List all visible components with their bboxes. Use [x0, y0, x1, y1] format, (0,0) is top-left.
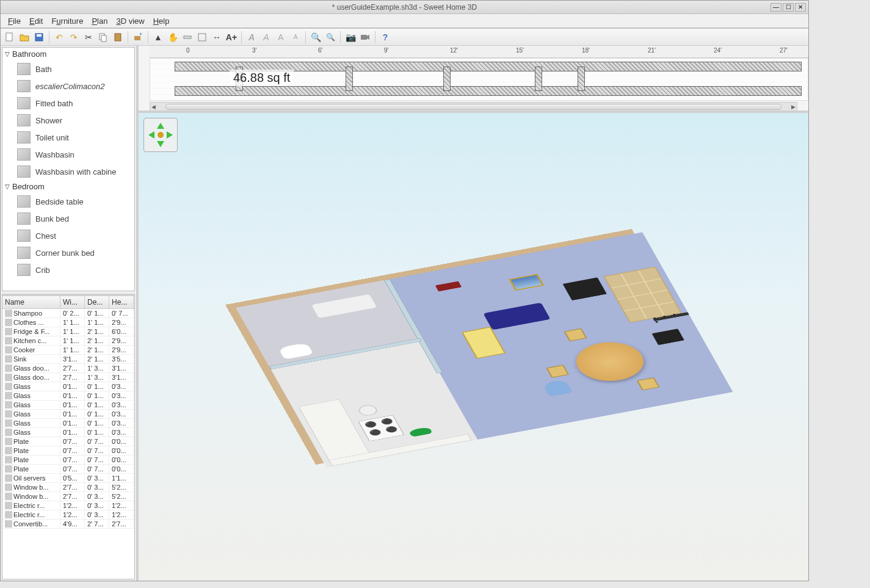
col-width-header[interactable]: Wi...	[60, 296, 85, 308]
font-increase-button[interactable]: A	[274, 31, 288, 44]
table-row[interactable]: Electric r...1'2...0' 3...1'2...	[2, 510, 134, 520]
catalog-item[interactable]: Washbasin	[2, 146, 134, 163]
catalog-item[interactable]: Crib	[2, 261, 134, 278]
row-icon	[5, 328, 12, 335]
table-row[interactable]: Plate0'7...0' 7...0'0...	[2, 456, 134, 465]
catalog-item[interactable]: Corner bunk bed	[2, 244, 134, 261]
scroll-left-icon[interactable]: ◀	[150, 104, 157, 110]
furniture-icon	[17, 131, 31, 143]
save-button[interactable]	[32, 31, 46, 44]
menu-edit[interactable]: Edit	[26, 15, 46, 27]
3d-nav-compass[interactable]	[143, 118, 178, 152]
col-name-header[interactable]: Name	[2, 296, 60, 308]
cut-button[interactable]: ✂	[82, 31, 95, 44]
catalog-item[interactable]: Bunk bed	[2, 210, 134, 227]
close-button[interactable]: ✕	[795, 3, 806, 12]
plan-canvas[interactable]: 46.88 sq ft	[150, 58, 808, 101]
maximize-button[interactable]: ☐	[783, 3, 794, 12]
catalog-category[interactable]: ▽Bathroom	[2, 48, 134, 60]
table-row[interactable]: Plate0'7...0' 7...0'0...	[2, 465, 134, 474]
catalog-item[interactable]: Fitted bath	[2, 95, 134, 112]
open-button[interactable]	[18, 31, 31, 44]
furniture-icon	[17, 212, 31, 225]
menu-plan[interactable]: Plan	[88, 15, 111, 27]
table-row[interactable]: Window b...2'7...0' 3...5'2...	[2, 492, 134, 501]
catalog-item[interactable]: escalierColimacon2	[2, 78, 134, 95]
catalog-item[interactable]: Shower	[2, 112, 134, 129]
italic-button[interactable]: A	[259, 31, 273, 44]
catalog-item[interactable]: Bedside table	[2, 193, 134, 210]
bold-button[interactable]: A	[245, 31, 258, 44]
table-row[interactable]: Kitchen c...1' 1...2' 1...2'9...	[2, 336, 134, 346]
menu-3dview[interactable]: 3D view	[112, 15, 148, 27]
copy-button[interactable]	[96, 31, 110, 44]
new-button[interactable]	[3, 31, 16, 44]
table-row[interactable]: Fridge & F...1' 1...2' 1...6'0...	[2, 327, 134, 336]
catalog-item[interactable]: Washbasin with cabine	[2, 163, 134, 180]
table-row[interactable]: Clothes ...1' 1...1' 1...2'9...	[2, 318, 134, 327]
catalog-item[interactable]: Chest	[2, 227, 134, 244]
table-row[interactable]: Glass0'1...0' 1...0'3...	[2, 401, 134, 410]
table-row[interactable]: Glass doo...2'7...1' 3...3'1...	[2, 373, 134, 382]
plan-h-scrollbar[interactable]: ◀ ▶	[150, 102, 797, 112]
create-text-tool[interactable]: A+	[225, 31, 238, 44]
pan-tool[interactable]: ✋	[166, 31, 179, 44]
row-width: 4'9...	[60, 520, 85, 528]
col-height-header[interactable]: He...	[109, 296, 134, 308]
row-width: 1'2...	[60, 501, 85, 510]
help-button[interactable]: ?	[379, 31, 392, 44]
video-button[interactable]	[358, 31, 372, 44]
table-row[interactable]: Plate0'7...0' 7...0'0...	[2, 437, 134, 446]
create-dimensions-tool[interactable]: ↔	[210, 31, 223, 44]
redo-button[interactable]: ↷	[67, 31, 81, 44]
catalog-item-label: Fitted bath	[35, 99, 73, 108]
zoom-in-button[interactable]: 🔍	[309, 31, 322, 44]
paste-button[interactable]	[111, 31, 125, 44]
row-width: 3'1...	[60, 355, 85, 363]
table-row[interactable]: Cooker1' 1...2' 1...2'9...	[2, 346, 134, 355]
catalog-item-label: Chest	[35, 231, 56, 241]
row-icon	[5, 456, 12, 463]
table-row[interactable]: Plate0'7...0' 7...0'0...	[2, 446, 134, 456]
table-row[interactable]: Glass0'1...0' 1...0'3...	[2, 419, 134, 428]
row-width: 0'7...	[60, 446, 85, 455]
menu-help[interactable]: Help	[150, 15, 173, 27]
create-walls-tool[interactable]	[181, 31, 194, 44]
row-name: Kitchen c...	[13, 337, 46, 344]
row-name: Fridge & F...	[13, 328, 49, 335]
col-depth-header[interactable]: De...	[85, 296, 109, 308]
catalog-category[interactable]: ▽Bedroom	[2, 180, 134, 193]
table-row[interactable]: Glass0'1...0' 1...0'3...	[2, 428, 134, 437]
row-depth: 1' 1...	[85, 318, 109, 327]
table-row[interactable]: Convertib...4'9...2' 7...2'7...	[2, 520, 134, 529]
row-icon	[5, 355, 12, 363]
menu-furniture[interactable]: Furniture	[48, 15, 87, 27]
menu-file[interactable]: File	[4, 15, 24, 27]
scroll-right-icon[interactable]: ▶	[790, 104, 797, 110]
table-row[interactable]: Oil servers0'5...0' 3...1'1...	[2, 474, 134, 483]
font-decrease-button[interactable]: A	[289, 31, 302, 44]
table-row[interactable]: Glass0'1...0' 1...0'3...	[2, 391, 134, 401]
catalog-item[interactable]: Toilet unit	[2, 129, 134, 146]
table-row[interactable]: Sink3'1...2' 1...3'5...	[2, 355, 134, 364]
table-row[interactable]: Electric r...1'2...0' 3...1'2...	[2, 501, 134, 510]
undo-button[interactable]: ↶	[53, 31, 66, 44]
plan-2d-pane[interactable]: 03'6'9'12'15'18'21'24'27' 46.88 sq ft ◀	[139, 46, 808, 113]
row-name: Glass	[13, 410, 31, 418]
photo-button[interactable]: 📷	[344, 31, 357, 44]
minimize-button[interactable]: —	[770, 3, 781, 12]
furniture-list-table[interactable]: Name Wi... De... He... Shampoo0' 2...0' …	[2, 294, 135, 579]
table-row[interactable]: Window b...2'7...0' 3...5'2...	[2, 483, 134, 492]
3d-view-pane[interactable]	[139, 113, 808, 581]
catalog-item[interactable]: Bath	[2, 60, 134, 78]
table-row[interactable]: Glass0'1...0' 1...0'3...	[2, 410, 134, 419]
add-furniture-button[interactable]: +	[131, 31, 145, 44]
zoom-out-button[interactable]: 🔍	[324, 31, 337, 44]
table-row[interactable]: Glass doo...2'7...1' 3...3'1...	[2, 364, 134, 373]
furniture-catalog[interactable]: ▽BathroomBathescalierColimacon2Fitted ba…	[2, 47, 135, 291]
table-row[interactable]: Glass0'1...0' 1...0'3...	[2, 382, 134, 391]
scroll-thumb[interactable]	[165, 104, 781, 110]
table-row[interactable]: Shampoo0' 2...0' 1...0' 7...	[2, 309, 134, 318]
create-rooms-tool[interactable]	[195, 31, 209, 44]
select-tool[interactable]: ▲	[151, 31, 165, 44]
